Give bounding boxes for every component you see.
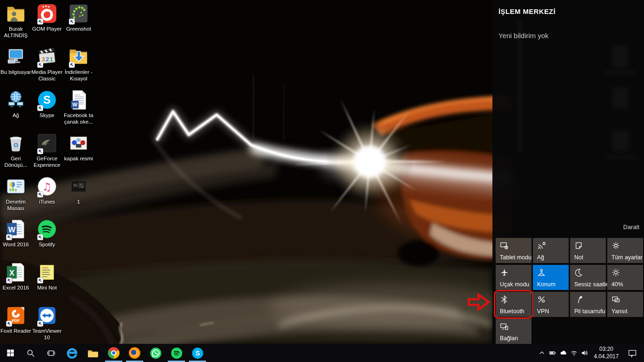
taskbar-clock[interactable]: 03:204.04.2017 bbox=[590, 346, 623, 360]
quick-action-label: Ağ bbox=[537, 254, 544, 261]
spotify-icon bbox=[36, 218, 58, 240]
taskbar-start-button[interactable] bbox=[0, 344, 20, 362]
svg-text:PDF: PDF bbox=[12, 318, 20, 323]
taskbar-spotify[interactable] bbox=[166, 344, 187, 362]
dark-photo-thumbnail-icon bbox=[68, 176, 89, 197]
this-pc-icon bbox=[5, 46, 27, 67]
sticky-note-icon bbox=[36, 262, 58, 283]
project-icon bbox=[611, 295, 620, 304]
brightness-sun-icon bbox=[611, 268, 620, 277]
quick-action-label: Pil tasarrufu bbox=[574, 308, 605, 315]
shortcut-arrow-icon bbox=[37, 321, 43, 327]
user-folder-icon bbox=[5, 3, 27, 24]
media-player-classic-icon: 321 bbox=[36, 46, 58, 67]
tray-onedrive[interactable] bbox=[558, 344, 569, 362]
svg-text:X: X bbox=[9, 269, 14, 277]
quick-action-not[interactable]: Not bbox=[570, 238, 606, 263]
tray-battery[interactable] bbox=[547, 344, 558, 362]
desktop-icon-label: İndirilenler - Kısayol bbox=[59, 69, 98, 82]
quick-action-40[interactable]: 40% bbox=[607, 265, 643, 290]
quick-action-yansit[interactable]: Yansıt bbox=[607, 292, 643, 317]
chevron-up-icon bbox=[538, 349, 545, 356]
svg-text:W: W bbox=[8, 225, 16, 234]
quick-action-ag[interactable]: Ağ bbox=[533, 238, 569, 263]
tray-hidden-icons[interactable] bbox=[537, 344, 547, 362]
running-indicator bbox=[126, 361, 143, 362]
desktop-icon-grid: Burak ALTINDİŞGOM PlayerGreenshotBu bilg… bbox=[0, 0, 492, 344]
greenshot-icon bbox=[68, 3, 89, 24]
firefox-icon bbox=[129, 347, 140, 359]
taskbar-taskview-button[interactable] bbox=[41, 344, 61, 362]
annotation-arrow-icon bbox=[467, 292, 491, 312]
quick-action-pil-tasarrufu[interactable]: Pil tasarrufu bbox=[570, 292, 606, 317]
explorer-icon bbox=[87, 347, 99, 359]
excel-2016-icon: X bbox=[5, 262, 27, 283]
network-signal-icon bbox=[537, 241, 546, 250]
itunes-icon: ♫ bbox=[36, 176, 58, 197]
quick-action-tablet-modu[interactable]: Tablet modu bbox=[496, 238, 531, 263]
taskbar-whatsapp[interactable] bbox=[145, 344, 166, 362]
wifi-icon bbox=[571, 349, 578, 356]
chrome-icon bbox=[108, 347, 120, 359]
taskbar-explorer[interactable] bbox=[82, 344, 103, 362]
desktop-icon-spotify[interactable]: Spotify bbox=[27, 218, 66, 248]
shortcut-arrow-icon bbox=[37, 277, 43, 283]
shortcut-arrow-icon bbox=[37, 105, 43, 111]
taskbar-edge[interactable] bbox=[61, 344, 82, 362]
shortcut-arrow-icon bbox=[37, 148, 43, 154]
action-center-panel: İŞLEM MERKEZİ Yeni bildirim yok Daralt T… bbox=[492, 0, 644, 344]
quick-action-label: Uçak modu bbox=[500, 281, 529, 288]
recycle-bin-icon: ♻ bbox=[5, 132, 27, 154]
spotify-tb-icon bbox=[171, 347, 183, 359]
bluetooth-icon bbox=[500, 295, 509, 304]
tray-volume[interactable] bbox=[579, 344, 590, 362]
clock-time: 03:20 bbox=[591, 346, 621, 353]
desktop-icon-greenshot[interactable]: Greenshot bbox=[59, 3, 98, 32]
task-view-icon bbox=[47, 349, 55, 357]
action-center-button[interactable] bbox=[623, 349, 642, 357]
taskbar-skype[interactable]: S bbox=[187, 344, 208, 362]
taskbar-firefox[interactable] bbox=[124, 344, 145, 362]
taskbar-chrome[interactable] bbox=[103, 344, 124, 362]
desktop-icon-mini-not[interactable]: Mini Not bbox=[27, 262, 66, 291]
cloud-icon bbox=[560, 349, 567, 356]
desktop-icon-label: Mini Not bbox=[27, 284, 66, 291]
shortcut-arrow-icon bbox=[69, 19, 75, 25]
tray-wifi[interactable] bbox=[569, 344, 579, 362]
quick-action-tum-ayarlar[interactable]: Tüm ayarlar bbox=[607, 238, 643, 263]
svg-text:S: S bbox=[195, 349, 200, 357]
quick-action-baglan[interactable]: Bağlan bbox=[496, 319, 531, 344]
svg-text:♫: ♫ bbox=[42, 181, 52, 193]
taskbar-search-button[interactable] bbox=[20, 344, 41, 362]
quick-action-ucak-modu[interactable]: Uçak modu bbox=[496, 265, 531, 290]
taskbar: S03:204.04.2017 bbox=[0, 344, 644, 362]
quick-actions-grid: Tablet moduAğNotTüm ayarlarUçak moduKonu… bbox=[496, 238, 643, 344]
collapse-link[interactable]: Daralt bbox=[623, 224, 639, 230]
skype-icon: S bbox=[36, 89, 58, 111]
desktop-icon-kapak-resmi[interactable]: kapak resmi bbox=[59, 132, 98, 162]
desktop-icon-facebook-ta-canak-oke[interactable]: WFacebook ta çanak oke... bbox=[59, 89, 98, 125]
desktop-icon-label: Facebook ta çanak oke... bbox=[59, 112, 98, 125]
quick-action-label: Konum bbox=[537, 281, 556, 288]
quick-action-vpn[interactable]: VPN bbox=[533, 292, 569, 317]
shortcut-arrow-icon bbox=[37, 234, 43, 240]
quick-action-label: Bağlan bbox=[500, 335, 518, 342]
desktop-icon-teamviewer-10[interactable]: TeamViewer 10 bbox=[27, 305, 66, 341]
system-tray: 03:204.04.2017 bbox=[537, 344, 644, 362]
quick-action-konum[interactable]: Konum bbox=[533, 265, 569, 290]
svg-text:W: W bbox=[72, 102, 77, 107]
quick-action-label: Sessiz saatler bbox=[574, 281, 611, 288]
foxit-reader-icon: PDF bbox=[5, 305, 27, 326]
quick-action-label: Bluetooth bbox=[500, 308, 524, 315]
connect-icon bbox=[500, 322, 509, 331]
edge-icon bbox=[66, 347, 78, 359]
shortcut-arrow-icon bbox=[37, 19, 43, 25]
moon-icon bbox=[574, 268, 583, 277]
desktop-icon-1[interactable]: 1 bbox=[59, 176, 98, 205]
quick-action-bluetooth[interactable]: Bluetooth bbox=[496, 292, 531, 317]
no-notifications-message: Yeni bildirim yok bbox=[498, 32, 549, 39]
quick-action-sessiz-saatler[interactable]: Sessiz saatler bbox=[570, 265, 606, 290]
gom-player-icon bbox=[36, 3, 58, 24]
desktop-icon-i-ndirilenler-kisayol[interactable]: İndirilenler - Kısayol bbox=[59, 46, 98, 82]
tablet-mode-icon bbox=[500, 241, 509, 250]
